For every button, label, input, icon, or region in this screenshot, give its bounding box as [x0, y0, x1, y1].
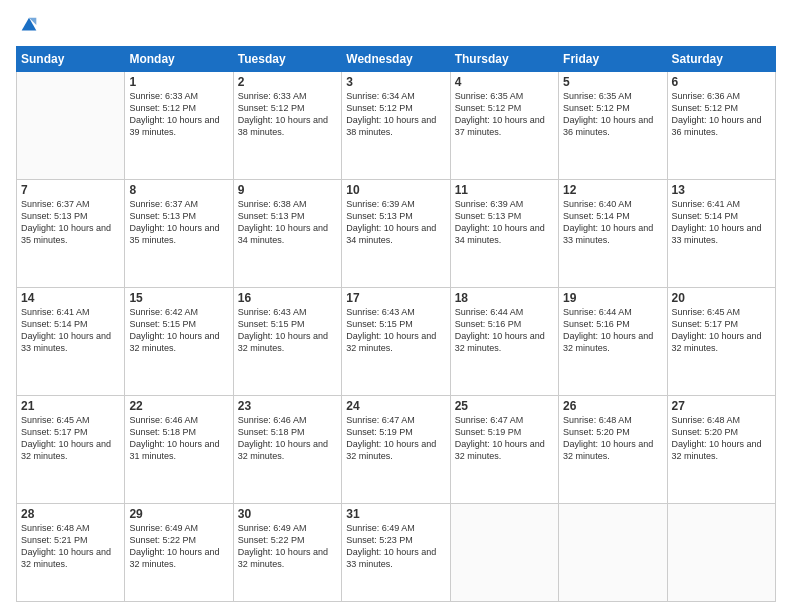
calendar-table: SundayMondayTuesdayWednesdayThursdayFrid… [16, 46, 776, 602]
calendar-cell: 13Sunrise: 6:41 AM Sunset: 5:14 PM Dayli… [667, 179, 775, 287]
day-number: 21 [21, 399, 120, 413]
day-info: Sunrise: 6:41 AM Sunset: 5:14 PM Dayligh… [21, 306, 120, 355]
calendar-cell: 3Sunrise: 6:34 AM Sunset: 5:12 PM Daylig… [342, 72, 450, 180]
day-number: 25 [455, 399, 554, 413]
day-info: Sunrise: 6:33 AM Sunset: 5:12 PM Dayligh… [238, 90, 337, 139]
day-info: Sunrise: 6:47 AM Sunset: 5:19 PM Dayligh… [455, 414, 554, 463]
day-number: 3 [346, 75, 445, 89]
day-info: Sunrise: 6:43 AM Sunset: 5:15 PM Dayligh… [346, 306, 445, 355]
day-info: Sunrise: 6:47 AM Sunset: 5:19 PM Dayligh… [346, 414, 445, 463]
calendar-cell: 30Sunrise: 6:49 AM Sunset: 5:22 PM Dayli… [233, 503, 341, 601]
calendar-cell: 9Sunrise: 6:38 AM Sunset: 5:13 PM Daylig… [233, 179, 341, 287]
day-info: Sunrise: 6:34 AM Sunset: 5:12 PM Dayligh… [346, 90, 445, 139]
day-info: Sunrise: 6:36 AM Sunset: 5:12 PM Dayligh… [672, 90, 771, 139]
day-number: 15 [129, 291, 228, 305]
calendar-cell: 22Sunrise: 6:46 AM Sunset: 5:18 PM Dayli… [125, 395, 233, 503]
day-info: Sunrise: 6:46 AM Sunset: 5:18 PM Dayligh… [129, 414, 228, 463]
calendar-cell: 8Sunrise: 6:37 AM Sunset: 5:13 PM Daylig… [125, 179, 233, 287]
day-number: 2 [238, 75, 337, 89]
calendar-cell: 12Sunrise: 6:40 AM Sunset: 5:14 PM Dayli… [559, 179, 667, 287]
day-info: Sunrise: 6:49 AM Sunset: 5:23 PM Dayligh… [346, 522, 445, 571]
calendar-cell: 5Sunrise: 6:35 AM Sunset: 5:12 PM Daylig… [559, 72, 667, 180]
day-number: 18 [455, 291, 554, 305]
calendar-cell: 21Sunrise: 6:45 AM Sunset: 5:17 PM Dayli… [17, 395, 125, 503]
day-number: 22 [129, 399, 228, 413]
day-info: Sunrise: 6:37 AM Sunset: 5:13 PM Dayligh… [21, 198, 120, 247]
day-number: 28 [21, 507, 120, 521]
calendar-cell: 31Sunrise: 6:49 AM Sunset: 5:23 PM Dayli… [342, 503, 450, 601]
day-number: 8 [129, 183, 228, 197]
day-number: 10 [346, 183, 445, 197]
calendar-cell: 18Sunrise: 6:44 AM Sunset: 5:16 PM Dayli… [450, 287, 558, 395]
weekday-header-friday: Friday [559, 47, 667, 72]
day-number: 1 [129, 75, 228, 89]
calendar-cell: 24Sunrise: 6:47 AM Sunset: 5:19 PM Dayli… [342, 395, 450, 503]
day-info: Sunrise: 6:39 AM Sunset: 5:13 PM Dayligh… [346, 198, 445, 247]
day-info: Sunrise: 6:38 AM Sunset: 5:13 PM Dayligh… [238, 198, 337, 247]
day-number: 24 [346, 399, 445, 413]
weekday-header-sunday: Sunday [17, 47, 125, 72]
day-number: 23 [238, 399, 337, 413]
calendar-cell: 7Sunrise: 6:37 AM Sunset: 5:13 PM Daylig… [17, 179, 125, 287]
day-info: Sunrise: 6:41 AM Sunset: 5:14 PM Dayligh… [672, 198, 771, 247]
week-row-3: 21Sunrise: 6:45 AM Sunset: 5:17 PM Dayli… [17, 395, 776, 503]
header [16, 10, 776, 40]
day-info: Sunrise: 6:48 AM Sunset: 5:20 PM Dayligh… [563, 414, 662, 463]
day-number: 16 [238, 291, 337, 305]
day-info: Sunrise: 6:39 AM Sunset: 5:13 PM Dayligh… [455, 198, 554, 247]
calendar-cell: 26Sunrise: 6:48 AM Sunset: 5:20 PM Dayli… [559, 395, 667, 503]
day-number: 29 [129, 507, 228, 521]
day-number: 13 [672, 183, 771, 197]
day-info: Sunrise: 6:35 AM Sunset: 5:12 PM Dayligh… [563, 90, 662, 139]
calendar-cell: 10Sunrise: 6:39 AM Sunset: 5:13 PM Dayli… [342, 179, 450, 287]
calendar-cell [450, 503, 558, 601]
weekday-header-thursday: Thursday [450, 47, 558, 72]
logo-icon [18, 14, 40, 36]
day-number: 4 [455, 75, 554, 89]
weekday-header-tuesday: Tuesday [233, 47, 341, 72]
page: SundayMondayTuesdayWednesdayThursdayFrid… [0, 0, 792, 612]
day-info: Sunrise: 6:44 AM Sunset: 5:16 PM Dayligh… [455, 306, 554, 355]
calendar-cell: 28Sunrise: 6:48 AM Sunset: 5:21 PM Dayli… [17, 503, 125, 601]
weekday-header-wednesday: Wednesday [342, 47, 450, 72]
calendar-cell: 27Sunrise: 6:48 AM Sunset: 5:20 PM Dayli… [667, 395, 775, 503]
calendar-cell: 6Sunrise: 6:36 AM Sunset: 5:12 PM Daylig… [667, 72, 775, 180]
day-info: Sunrise: 6:40 AM Sunset: 5:14 PM Dayligh… [563, 198, 662, 247]
day-info: Sunrise: 6:45 AM Sunset: 5:17 PM Dayligh… [672, 306, 771, 355]
calendar-cell: 17Sunrise: 6:43 AM Sunset: 5:15 PM Dayli… [342, 287, 450, 395]
calendar-cell: 19Sunrise: 6:44 AM Sunset: 5:16 PM Dayli… [559, 287, 667, 395]
day-number: 14 [21, 291, 120, 305]
day-info: Sunrise: 6:45 AM Sunset: 5:17 PM Dayligh… [21, 414, 120, 463]
logo [16, 14, 40, 40]
calendar-cell: 4Sunrise: 6:35 AM Sunset: 5:12 PM Daylig… [450, 72, 558, 180]
day-info: Sunrise: 6:44 AM Sunset: 5:16 PM Dayligh… [563, 306, 662, 355]
weekday-header-monday: Monday [125, 47, 233, 72]
calendar-cell: 14Sunrise: 6:41 AM Sunset: 5:14 PM Dayli… [17, 287, 125, 395]
weekday-header-row: SundayMondayTuesdayWednesdayThursdayFrid… [17, 47, 776, 72]
day-number: 11 [455, 183, 554, 197]
day-info: Sunrise: 6:33 AM Sunset: 5:12 PM Dayligh… [129, 90, 228, 139]
calendar-cell: 16Sunrise: 6:43 AM Sunset: 5:15 PM Dayli… [233, 287, 341, 395]
day-info: Sunrise: 6:35 AM Sunset: 5:12 PM Dayligh… [455, 90, 554, 139]
week-row-2: 14Sunrise: 6:41 AM Sunset: 5:14 PM Dayli… [17, 287, 776, 395]
day-number: 9 [238, 183, 337, 197]
day-info: Sunrise: 6:42 AM Sunset: 5:15 PM Dayligh… [129, 306, 228, 355]
day-info: Sunrise: 6:48 AM Sunset: 5:21 PM Dayligh… [21, 522, 120, 571]
day-number: 27 [672, 399, 771, 413]
weekday-header-saturday: Saturday [667, 47, 775, 72]
day-info: Sunrise: 6:37 AM Sunset: 5:13 PM Dayligh… [129, 198, 228, 247]
day-info: Sunrise: 6:48 AM Sunset: 5:20 PM Dayligh… [672, 414, 771, 463]
day-number: 12 [563, 183, 662, 197]
calendar-cell: 25Sunrise: 6:47 AM Sunset: 5:19 PM Dayli… [450, 395, 558, 503]
calendar-cell [17, 72, 125, 180]
day-info: Sunrise: 6:49 AM Sunset: 5:22 PM Dayligh… [129, 522, 228, 571]
day-number: 26 [563, 399, 662, 413]
calendar-cell: 1Sunrise: 6:33 AM Sunset: 5:12 PM Daylig… [125, 72, 233, 180]
calendar-cell: 11Sunrise: 6:39 AM Sunset: 5:13 PM Dayli… [450, 179, 558, 287]
day-number: 20 [672, 291, 771, 305]
day-info: Sunrise: 6:46 AM Sunset: 5:18 PM Dayligh… [238, 414, 337, 463]
day-number: 6 [672, 75, 771, 89]
day-number: 7 [21, 183, 120, 197]
day-number: 17 [346, 291, 445, 305]
calendar-cell: 2Sunrise: 6:33 AM Sunset: 5:12 PM Daylig… [233, 72, 341, 180]
